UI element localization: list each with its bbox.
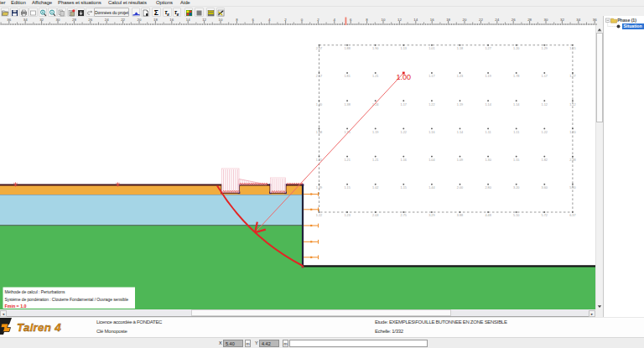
- svg-text:36: 36: [7, 18, 11, 22]
- svg-text:5.72: 5.72: [542, 214, 548, 217]
- svg-text:1.81: 1.81: [344, 75, 350, 78]
- svg-text:3.88: 3.88: [457, 214, 463, 217]
- svg-text:1.55: 1.55: [513, 158, 519, 162]
- svg-text:16: 16: [430, 18, 434, 22]
- svg-text:1.17: 1.17: [401, 103, 407, 106]
- svg-text:30: 30: [56, 18, 60, 22]
- svg-text:1.15: 1.15: [401, 186, 407, 190]
- svg-text:16: 16: [169, 18, 174, 22]
- svg-text:1.29: 1.29: [542, 47, 548, 50]
- svg-text:1.11: 1.11: [513, 131, 519, 134]
- svg-text:1.00: 1.00: [397, 73, 412, 81]
- svg-text:1.12: 1.12: [569, 103, 575, 106]
- svg-text:2.80: 2.80: [485, 186, 491, 190]
- svg-text:Méthode de calcul : Perturbati: Méthode de calcul : Perturbations: [5, 289, 65, 294]
- svg-text:1.19: 1.19: [372, 131, 378, 134]
- svg-text:22: 22: [121, 18, 125, 22]
- svg-text:1.21: 1.21: [344, 158, 350, 162]
- svg-text:5.80: 5.80: [569, 186, 575, 190]
- svg-text:1.19: 1.19: [457, 103, 463, 106]
- svg-text:1.49: 1.49: [316, 186, 322, 190]
- svg-text:1.23: 1.23: [344, 214, 350, 217]
- svg-text:36: 36: [593, 18, 597, 22]
- svg-text:1.20: 1.20: [513, 47, 519, 50]
- svg-text:5.10: 5.10: [513, 214, 519, 217]
- svg-text:4.48: 4.48: [485, 214, 491, 217]
- svg-text:20: 20: [463, 18, 467, 22]
- svg-text:24: 24: [495, 18, 499, 22]
- svg-text:1.27: 1.27: [569, 75, 575, 78]
- svg-text:2.38: 2.38: [569, 158, 575, 162]
- svg-text:1.82: 1.82: [542, 158, 548, 162]
- svg-text:1.15: 1.15: [569, 47, 575, 50]
- svg-text:10: 10: [219, 18, 223, 22]
- svg-text:1.17: 1.17: [428, 75, 434, 78]
- svg-text:1.14: 1.14: [513, 103, 519, 106]
- svg-text:2.07: 2.07: [316, 47, 322, 50]
- svg-text:14: 14: [186, 18, 190, 22]
- svg-text:1.22: 1.22: [401, 131, 407, 134]
- svg-text:12: 12: [397, 18, 402, 22]
- svg-text:28: 28: [72, 18, 76, 22]
- svg-text:1.19: 1.19: [485, 75, 491, 78]
- svg-text:32: 32: [39, 18, 44, 22]
- svg-text:Fmin = 1.0: Fmin = 1.0: [5, 304, 27, 309]
- svg-text:2.57: 2.57: [316, 75, 322, 78]
- svg-text:20: 20: [138, 18, 142, 22]
- svg-text:1.17: 1.17: [542, 75, 548, 78]
- svg-text:Situation: Situation: [624, 23, 642, 29]
- svg-text:1.20: 1.20: [569, 131, 575, 134]
- svg-text:1.22: 1.22: [542, 131, 548, 134]
- svg-text:1.04: 1.04: [428, 158, 434, 162]
- svg-text:1.02: 1.02: [372, 186, 378, 190]
- svg-text:Phase (1): Phase (1): [617, 18, 636, 23]
- svg-text:3.20: 3.20: [513, 186, 519, 190]
- svg-text:6.37: 6.37: [569, 214, 575, 217]
- svg-text:1.44: 1.44: [428, 186, 434, 190]
- svg-text:1.88: 1.88: [344, 47, 350, 50]
- svg-text:1.12: 1.12: [542, 103, 548, 106]
- svg-text:1.90: 1.90: [372, 47, 378, 50]
- svg-text:26: 26: [88, 18, 92, 22]
- svg-text:34: 34: [23, 18, 28, 22]
- svg-text:1.01: 1.01: [428, 47, 434, 50]
- svg-text:1.38: 1.38: [344, 103, 350, 106]
- svg-text:1.27: 1.27: [485, 47, 491, 50]
- svg-text:1.18: 1.18: [457, 47, 463, 50]
- svg-text:1.21: 1.21: [372, 158, 378, 162]
- svg-text:1.22: 1.22: [428, 103, 434, 106]
- svg-text:10: 10: [382, 18, 386, 22]
- svg-text:1.14: 1.14: [485, 103, 491, 106]
- svg-text:32: 32: [560, 18, 564, 22]
- svg-text:34: 34: [576, 18, 580, 22]
- svg-text:1.78: 1.78: [513, 75, 519, 78]
- svg-text:18: 18: [153, 18, 158, 22]
- svg-text:1.40: 1.40: [316, 103, 322, 106]
- svg-text:1.16: 1.16: [401, 158, 407, 162]
- svg-text:18: 18: [446, 18, 450, 22]
- svg-text:1.23: 1.23: [457, 75, 463, 78]
- svg-text:24: 24: [105, 18, 109, 22]
- svg-text:1.09: 1.09: [457, 158, 463, 162]
- svg-text:1.15: 1.15: [344, 186, 350, 190]
- svg-text:3.29: 3.29: [428, 214, 434, 217]
- svg-text:22: 22: [479, 18, 483, 22]
- svg-text:28: 28: [527, 18, 532, 22]
- svg-text:30: 30: [544, 18, 548, 22]
- svg-text:12: 12: [202, 18, 206, 22]
- svg-text:14: 14: [413, 18, 418, 22]
- svg-text:1.16: 1.16: [428, 131, 434, 134]
- svg-text:26: 26: [512, 18, 516, 22]
- svg-text:1.13: 1.13: [401, 47, 407, 50]
- svg-text:1.68: 1.68: [316, 131, 322, 134]
- svg-text:Talren 4: Talren 4: [17, 321, 61, 334]
- svg-text:1.11: 1.11: [486, 131, 491, 134]
- svg-text:1.21: 1.21: [372, 75, 378, 78]
- svg-text:3.60: 3.60: [542, 186, 548, 190]
- svg-text:1.30: 1.30: [485, 158, 491, 162]
- svg-text:1.14: 1.14: [457, 131, 463, 134]
- svg-text:2.03: 2.03: [372, 214, 378, 217]
- svg-text:Système de pondération : Clout: Système de pondération : Clouterre Fonda…: [5, 297, 129, 302]
- svg-text:2.00: 2.00: [457, 186, 463, 190]
- svg-text:2.75: 2.75: [401, 214, 407, 217]
